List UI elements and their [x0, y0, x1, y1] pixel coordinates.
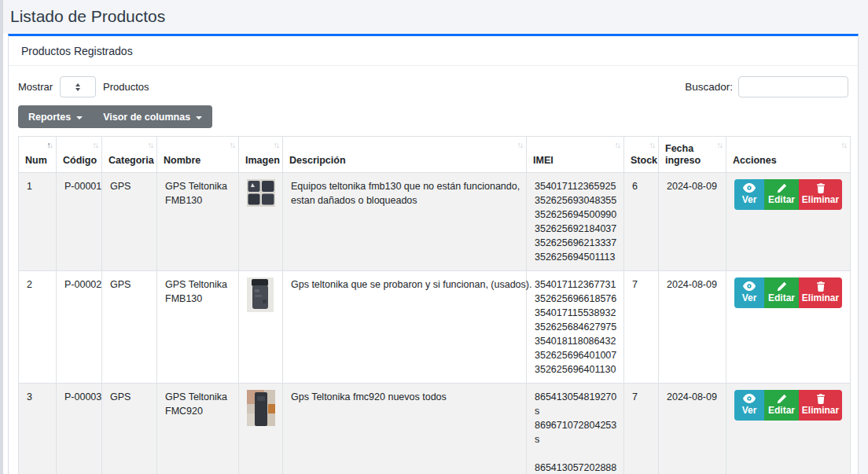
table-row: 2P-00002GPSGPS Teltonika FMB130Gps telto…: [19, 271, 851, 384]
cell-num: 3: [19, 384, 57, 474]
sort-icon: ↑↓: [47, 139, 53, 151]
row-actions-group: VerEditarEliminar: [734, 277, 842, 308]
cell-acciones: VerEditarEliminar: [726, 384, 851, 474]
cell-nombre: GPS Teltonika FMB130: [157, 173, 239, 271]
product-thumbnail: [247, 390, 274, 426]
card-title: Productos Registrados: [21, 45, 133, 57]
cell-nombre: GPS Teltonika FMC920: [157, 384, 239, 474]
eye-icon: [743, 182, 756, 193]
cell-categoria: GPS: [102, 271, 157, 384]
sort-down-arrow: ↓: [652, 140, 654, 149]
show-entries-label: Mostrar: [18, 81, 53, 93]
cell-imei: 3540171123659253526256930483553526256945…: [527, 173, 624, 271]
pencil-icon: [777, 182, 787, 193]
column-header-imei[interactable]: IMEI↑↓: [527, 137, 624, 173]
sort-icon: ↑↓: [717, 139, 723, 151]
cell-imei: 865413054819270s869671072804253s 8654130…: [527, 384, 624, 474]
cell-acciones: VerEditarEliminar: [726, 173, 851, 271]
sort-down-arrow: ↓: [520, 140, 522, 149]
column-header-fecha[interactable]: Fecha ingreso↑↓: [659, 137, 726, 173]
column-header-stock[interactable]: Stock↑↓: [624, 137, 659, 173]
column-label: Nombre: [164, 155, 200, 166]
column-header-categoria[interactable]: Categoria↑↓: [102, 137, 157, 173]
sort-icon: ↑↓: [274, 139, 279, 151]
column-label: Código: [63, 155, 97, 166]
sort-icon: ↑↓: [517, 139, 523, 151]
column-label: Stock: [631, 155, 657, 166]
sort-down-arrow: ↓: [844, 140, 846, 149]
search-input[interactable]: [738, 76, 848, 97]
sort-icon: ↑↓: [841, 139, 847, 151]
cell-fecha-ingreso: 2024-08-09: [659, 271, 726, 384]
table-row: 3P-00003GPSGPS Teltonika FMC920Gps Telto…: [19, 384, 851, 474]
cell-stock: 7: [624, 384, 659, 474]
sort-down-arrow: ↓: [719, 140, 722, 149]
column-header-imagen[interactable]: Imagen↑↓: [239, 137, 283, 173]
trash-icon: [816, 182, 826, 193]
cell-imagen: [239, 271, 283, 384]
cell-codigo: P-00003: [57, 384, 102, 474]
page-title: Listado de Productos: [10, 7, 165, 26]
reportes-button[interactable]: Reportes: [18, 105, 93, 128]
products-card: Productos Registrados Mostrar Productos …: [8, 34, 859, 474]
column-label: Num: [25, 155, 47, 166]
visor-de-columnas-button[interactable]: Visor de columnas: [93, 105, 212, 128]
column-label: IMEI: [533, 155, 554, 166]
column-label: Acciones: [733, 155, 777, 166]
caret-down-icon: [76, 116, 83, 119]
card-header: Productos Registrados: [9, 36, 858, 66]
ver-button[interactable]: Ver: [734, 390, 764, 421]
cell-codigo: P-00001: [57, 173, 102, 271]
sort-icon: ↑↓: [93, 139, 98, 151]
editar-button[interactable]: Editar: [764, 390, 799, 421]
ver-button[interactable]: Ver: [734, 277, 764, 308]
sort-icon: ↑↓: [148, 139, 153, 151]
sort-down-arrow: ↓: [50, 140, 52, 149]
collapse-panel-button[interactable]: [842, 48, 845, 54]
column-header-acciones[interactable]: Acciones↑↓: [726, 137, 851, 173]
column-header-num[interactable]: Num↑↓: [19, 137, 57, 173]
table-header: Num↑↓Código↑↓Categoria↑↓Nombre↑↓Imagen↑↓…: [19, 137, 851, 173]
eliminar-button[interactable]: Eliminar: [799, 179, 842, 210]
cell-stock: 6: [624, 173, 659, 271]
product-thumbnail: [247, 277, 274, 312]
search-label: Buscador:: [685, 81, 733, 93]
action-button-label: Ver: [742, 292, 757, 304]
column-label: Fecha ingreso: [665, 143, 701, 166]
table-body: 1P-00001GPSGPS Teltonika FMB130Equipos t…: [19, 173, 851, 474]
cell-categoria: GPS: [102, 384, 157, 474]
cell-imagen: [239, 173, 283, 271]
chevron-down-icon: [75, 88, 80, 91]
cell-acciones: VerEditarEliminar: [726, 271, 851, 384]
eye-icon: [743, 393, 756, 404]
sort-icon: ↑↓: [230, 139, 235, 151]
editar-button[interactable]: Editar: [764, 277, 799, 308]
eye-icon: [743, 281, 756, 292]
cell-imei: 3540171123677313526256966185763540171155…: [527, 271, 624, 384]
cell-nombre: GPS Teltonika FMB130: [157, 271, 239, 384]
pencil-icon: [777, 281, 787, 292]
cell-descripcion: Gps teltonika que se probaron y si funci…: [283, 271, 527, 384]
page-margin: [859, 0, 868, 474]
action-button-label: Editar: [768, 194, 795, 206]
row-actions-group: VerEditarEliminar: [734, 390, 842, 421]
column-header-nombre[interactable]: Nombre↑↓: [157, 137, 239, 173]
sort-down-arrow: ↓: [150, 140, 153, 149]
visor-button-label: Visor de columnas: [103, 112, 190, 123]
ver-button[interactable]: Ver: [734, 179, 764, 210]
editar-button[interactable]: Editar: [764, 179, 799, 210]
action-button-label: Ver: [742, 405, 757, 417]
sidebar-edge: [0, 0, 3, 474]
show-entries-select[interactable]: [60, 76, 96, 97]
products-table: Num↑↓Código↑↓Categoria↑↓Nombre↑↓Imagen↑↓…: [18, 136, 851, 474]
action-button-label: Editar: [768, 292, 795, 304]
sort-icon: ↑↓: [615, 139, 620, 151]
eliminar-button[interactable]: Eliminar: [799, 390, 842, 421]
column-header-codigo[interactable]: Código↑↓: [57, 137, 102, 173]
sort-down-arrow: ↓: [95, 140, 97, 149]
eliminar-button[interactable]: Eliminar: [799, 277, 842, 308]
row-actions-group: VerEditarEliminar: [734, 179, 842, 210]
column-label: Categoria: [108, 155, 154, 166]
column-header-descripcion[interactable]: Descripción↑↓: [283, 137, 527, 173]
action-button-label: Eliminar: [802, 194, 839, 206]
